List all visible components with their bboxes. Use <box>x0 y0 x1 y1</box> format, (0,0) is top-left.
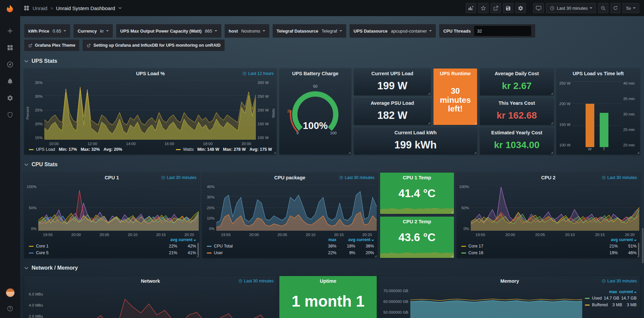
add-panel-button[interactable] <box>466 3 476 13</box>
sidebar-item-explore[interactable] <box>4 58 16 71</box>
network-chart[interactable] <box>45 288 277 318</box>
section-network-memory[interactable]: Network / Memory <box>24 264 640 272</box>
panel-time-range[interactable]: Last 30 minutes <box>339 175 374 180</box>
legend-header-max[interactable]: max <box>598 289 617 294</box>
panel-title[interactable]: CPU 1 <box>105 175 119 180</box>
chevron-down-icon <box>106 30 109 32</box>
sidebar-item-alerting[interactable] <box>4 75 16 87</box>
legend-header-current[interactable]: current <box>617 289 637 294</box>
x-axis: 19:5520:0020:0520:1020:1520:20 <box>216 231 377 237</box>
panel-cpu2-temp: CPU 2 Temp 43.6 °C <box>380 217 454 258</box>
series-name[interactable]: Watts <box>183 147 193 152</box>
variable-ups-datasource[interactable]: UPS Datasource apcupsd-container <box>350 24 436 38</box>
panel-title[interactable]: Estimated Yearly Cost <box>491 130 542 135</box>
panel-title[interactable]: Network <box>141 278 160 284</box>
save-dashboard-button[interactable] <box>503 3 513 13</box>
panel-time-range[interactable]: Last 30 minutes <box>238 279 274 283</box>
legend-row: Core 17 21% 51% <box>461 243 637 249</box>
chevron-down-icon <box>24 163 29 166</box>
link-ups-monitoring-guide[interactable]: Setting up Grafana and InfluxDB for UPS … <box>83 40 224 51</box>
y-axis-title-right: Watts <box>271 81 276 146</box>
panel-title[interactable]: Current UPS Load <box>371 71 413 76</box>
panel-title[interactable]: Memory <box>500 278 519 284</box>
legend-header-avg[interactable]: avg <box>599 237 618 242</box>
panel-title[interactable]: Current Load kWh <box>395 130 437 135</box>
section-cpu-stats[interactable]: CPU Stats <box>24 161 640 169</box>
panel-title[interactable]: UPS Load % <box>136 71 165 76</box>
variable-telegraf-datasource[interactable]: Telegraf Datasource Telegraf <box>273 24 346 38</box>
panel-title[interactable]: CPU 2 <box>541 175 556 180</box>
variable-host[interactable]: host Nostromo <box>225 24 269 38</box>
cycle-view-mode-button[interactable] <box>533 3 544 13</box>
chevron-down-icon[interactable] <box>118 7 122 9</box>
compass-icon <box>7 61 13 68</box>
sidebar-item-create[interactable] <box>4 25 16 37</box>
legend-header-max[interactable]: max <box>318 237 336 242</box>
grafana-logo[interactable] <box>3 3 17 16</box>
legend-header-avg[interactable]: avg <box>336 237 355 242</box>
sidebar-item-configuration[interactable] <box>4 92 16 104</box>
help-question-icon <box>7 305 13 312</box>
panel-title[interactable]: UPS Runtime <box>440 71 471 76</box>
panel-title[interactable]: CPU 1 Temp <box>403 175 431 180</box>
y-axis-tick: 50% <box>26 206 37 210</box>
breadcrumb-folder[interactable]: Unraid <box>33 5 47 11</box>
gauge-tick: 100 <box>330 131 336 135</box>
panel-title[interactable]: Average Daily Cost <box>495 71 539 76</box>
legend-header-current[interactable]: current <box>177 237 196 242</box>
star-dashboard-button[interactable] <box>478 3 489 13</box>
dashboard-settings-button[interactable] <box>515 3 526 13</box>
panel-time-range[interactable]: Last 30 minutes <box>161 175 196 180</box>
cpu-threads-input[interactable] <box>474 26 531 36</box>
sidebar-item-profile[interactable] <box>4 286 16 299</box>
variable-currency[interactable]: Currency kr <box>74 24 113 38</box>
x-axis-tick: T <box>600 147 608 154</box>
panel-current-load-kwh: Current Load kWh 199 kWh <box>354 128 477 154</box>
sidebar-item-dashboards[interactable] <box>4 42 16 54</box>
zoom-out-time-button[interactable] <box>598 3 608 13</box>
panel-title[interactable]: CPU 2 Temp <box>403 219 431 224</box>
x-axis-tick: 20:15 <box>595 233 605 237</box>
cpu2-chart[interactable] <box>471 185 639 231</box>
cpu-stats-row: CPU 1 Last 30 minutes 100% 50% 0% <box>24 173 640 258</box>
breadcrumb-dashboard-title[interactable]: Unraid System Dashboard <box>56 5 115 11</box>
ups-load-chart[interactable] <box>44 81 256 140</box>
legend-current: 36% <box>355 244 374 248</box>
sidebar-item-server-admin[interactable] <box>4 109 16 121</box>
refresh-button[interactable] <box>610 3 620 13</box>
panel-time-range[interactable]: Last 30 minutes <box>602 279 637 283</box>
variable-kwh-price[interactable]: kWh Price 0.65 <box>24 24 70 38</box>
legend-scrollbar[interactable] <box>197 243 199 256</box>
panel-title[interactable]: Uptime <box>320 278 336 284</box>
variable-label: Telegraf Datasource <box>277 29 318 34</box>
variable-ups-max-output[interactable]: UPS Max Output Power Capacity (Watt) 865 <box>116 24 221 38</box>
time-range-picker[interactable]: Last 30 minutes <box>546 3 596 13</box>
x-axis-tick: 20:20 <box>625 233 635 237</box>
page-scrollbar[interactable] <box>642 228 644 263</box>
panel-time-range[interactable]: Last 12 hours <box>242 71 274 76</box>
cpu1-chart[interactable] <box>38 185 199 231</box>
apps-grid-icon[interactable] <box>24 5 30 11</box>
bar-chart[interactable] <box>572 81 621 147</box>
memory-chart[interactable] <box>410 288 582 318</box>
legend-header-current[interactable]: current <box>618 237 637 242</box>
legend-scrollbar[interactable] <box>638 243 639 256</box>
panel-title[interactable]: UPS Load vs Time left <box>572 71 624 76</box>
series-name[interactable]: UPS Load <box>36 147 55 152</box>
stat-value: kr 2.67 <box>480 79 554 95</box>
panel-title[interactable]: CPU package <box>274 175 306 180</box>
legend-header-avg[interactable]: avg <box>158 237 177 242</box>
panel-title[interactable]: This Years Cost <box>499 100 535 106</box>
refresh-interval-picker[interactable]: 5s <box>623 3 639 13</box>
legend-header-current[interactable]: current <box>355 237 374 242</box>
panel-title[interactable]: UPS Battery Charge <box>292 71 338 76</box>
section-ups-stats[interactable]: UPS Stats <box>24 57 640 65</box>
share-dashboard-button[interactable] <box>491 3 501 13</box>
panel-title[interactable]: Average PSU Load <box>371 100 414 106</box>
sidebar-item-help[interactable] <box>4 303 16 315</box>
x-axis-tick: 16:00 <box>165 142 174 146</box>
cpu-package-chart[interactable] <box>216 185 377 231</box>
link-grafana-plex-theme[interactable]: Grafana Plex Theme <box>24 40 79 51</box>
battery-gauge[interactable]: 50 0 100 20 100% <box>279 79 351 154</box>
panel-time-range[interactable]: Last 30 minutes <box>602 175 637 180</box>
